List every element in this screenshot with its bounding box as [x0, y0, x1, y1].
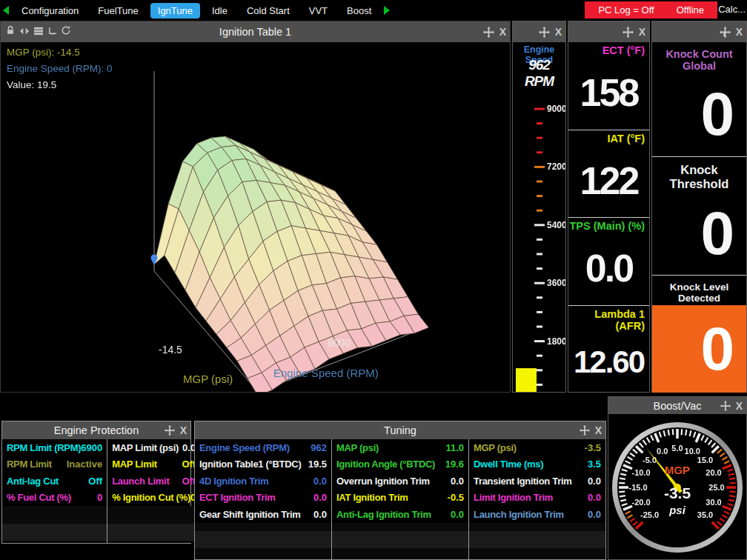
move-panel-icon[interactable]	[539, 27, 550, 38]
boost-vac-header[interactable]: Boost/Vac X	[608, 397, 746, 414]
param-value: 0.0	[313, 492, 327, 503]
tuning-column-2: MAP (psi)11.0 Ignition Angle (°BTDC)19.6…	[332, 439, 469, 559]
param-value: 0.0	[313, 509, 327, 520]
panel-title: Ignition Table 1	[1, 26, 510, 38]
close-icon[interactable]: X	[736, 401, 743, 411]
mgp-axis-label: MGP (psi)	[183, 373, 233, 385]
menu-scroll-left-icon[interactable]	[0, 3, 12, 18]
table-row[interactable]: Gear Shift Ignition Trim0.0	[195, 506, 331, 523]
tps-label: TPS (Main) (%)	[568, 218, 649, 232]
rpm-axis-label: Engine Speed (RPM)	[273, 367, 379, 379]
tps-gauge[interactable]: TPS (Main) (%) 0.0	[568, 218, 649, 306]
tab-cold-start[interactable]: Cold Start	[239, 3, 297, 19]
runtime-values-header[interactable]: X	[568, 21, 649, 42]
close-icon[interactable]: X	[555, 27, 562, 37]
param-label: Anti-Lag Ignition Trim	[336, 509, 431, 520]
table-row[interactable]: Transient Ignition Trim0.0	[469, 473, 605, 490]
table-row[interactable]: MGP (psi)-3.5	[469, 439, 605, 456]
table-row[interactable]: 4D Ignition Trim0.0	[195, 473, 331, 490]
param-value: -0.5	[448, 492, 464, 503]
move-panel-icon[interactable]	[622, 27, 634, 38]
table-row[interactable]: RPM Limit (RPM)6900	[2, 439, 107, 456]
table-row[interactable]: RPM LimitInactive	[2, 456, 107, 473]
mgp-axis-tick: -14.5	[159, 344, 182, 356]
iat-value: 122	[568, 144, 649, 218]
table-row[interactable]: Anti-lag CutOff	[2, 473, 107, 490]
cursor-mgp-readout: MGP (psi): -14.5	[7, 47, 80, 58]
param-label: % Fuel Cut (%)	[7, 492, 71, 503]
table-row[interactable]: Anti-Lag Ignition Trim0.0	[332, 506, 468, 523]
move-panel-icon[interactable]	[720, 401, 731, 411]
tab-vvt[interactable]: VVT	[302, 3, 335, 19]
close-icon[interactable]: X	[595, 425, 602, 436]
iat-gauge[interactable]: IAT (°F) 122	[568, 130, 649, 219]
ignition-3d-view[interactable]: MGP (psi): -14.5 Engine Speed (RPM): 0 V…	[1, 42, 510, 392]
table-row[interactable]: MAP LimitOff	[107, 456, 200, 473]
move-panel-icon[interactable]	[483, 27, 494, 38]
param-label: MGP (psi)	[474, 442, 517, 453]
close-icon[interactable]: X	[736, 27, 743, 37]
param-label: RPM Limit	[7, 459, 52, 470]
knock-count-gauge[interactable]: Knock Count Global 0	[652, 42, 746, 157]
table-row[interactable]: MAP (psi)11.0	[332, 439, 468, 456]
table-row[interactable]: Ignition Table1 (°BTDC)19.5	[195, 456, 331, 473]
param-label: Limit Ignition Trim	[474, 492, 553, 503]
tab-idle[interactable]: Idle	[205, 3, 235, 19]
table-row[interactable]: % Ignition Cut (%)0	[107, 490, 200, 507]
lambda-gauge[interactable]: Lambda 1 (AFR) 12.60	[568, 306, 649, 393]
table-row[interactable]: Limit Ignition Trim0.0	[469, 490, 605, 507]
table-row[interactable]: Ignition Angle (°BTDC)19.6	[332, 456, 468, 473]
table-row[interactable]: Engine Speed (RPM)962	[195, 439, 331, 456]
close-icon[interactable]: X	[499, 27, 506, 37]
tps-value: 0.0	[568, 232, 649, 305]
param-label: MAP Limit (psi)	[112, 442, 179, 453]
tuning-header[interactable]: Tuning X	[195, 421, 605, 439]
table-row[interactable]: IAT Ignition Trim-0.5	[332, 490, 468, 507]
close-icon[interactable]: X	[180, 425, 187, 436]
menu-scroll-right-icon[interactable]	[381, 3, 393, 18]
panel-title: Engine Protection	[2, 424, 190, 436]
connection-alert[interactable]: PC Log = Off Offline	[585, 1, 717, 19]
param-label: Overrun Ignition Trim	[336, 476, 430, 487]
tab-configuration[interactable]: Configuration	[14, 3, 86, 19]
param-label: Gear Shift Ignition Trim	[199, 509, 301, 520]
table-row[interactable]: MAP Limit (psi)0.0	[107, 439, 200, 456]
knock-level-gauge[interactable]: Knock Level Detected 0	[652, 276, 746, 393]
table-row[interactable]: % Fuel Cut (%)0	[2, 490, 107, 507]
move-panel-icon[interactable]	[720, 27, 731, 38]
param-value: 19.6	[445, 459, 464, 470]
param-label: IAT Ignition Trim	[336, 492, 408, 503]
engine-protection-header[interactable]: Engine Protection X	[2, 421, 190, 439]
knock-level-value: 0	[652, 305, 746, 393]
knock-header[interactable]: X	[652, 21, 746, 42]
knock-threshold-gauge[interactable]: Knock Threshold 0	[652, 157, 746, 276]
param-value: 962	[311, 442, 327, 453]
move-panel-icon[interactable]	[580, 425, 590, 436]
engine-speed-ruler	[513, 41, 565, 392]
param-label: Launch Ignition Trim	[474, 509, 564, 520]
iat-label: IAT (°F)	[568, 130, 649, 144]
ect-gauge[interactable]: ECT (°F) 158	[568, 42, 649, 130]
ignition-table-header[interactable]: Ignition Table 1 X	[1, 21, 510, 42]
table-row[interactable]: Launch LimitOff	[107, 473, 200, 490]
param-label: Engine Speed (RPM)	[199, 442, 290, 453]
table-row[interactable]: Launch Ignition Trim0.0	[469, 506, 605, 523]
param-value: 19.5	[308, 459, 327, 470]
param-value: 0.0	[588, 492, 601, 503]
ignition-table-panel: Ignition Table 1 X MGP (psi): -14.5 Engi…	[0, 21, 511, 393]
table-row[interactable]: Dwell Time (ms)3.5	[469, 456, 605, 473]
ep-column-2: MAP Limit (psi)0.0 MAP LimitOff Launch L…	[107, 439, 200, 543]
param-value: Off	[88, 476, 102, 487]
ignition-surface-chart[interactable]	[1, 42, 510, 392]
knock-threshold-value: 0	[652, 191, 746, 275]
tab-boost[interactable]: Boost	[339, 3, 379, 19]
move-panel-icon[interactable]	[165, 425, 175, 436]
close-icon[interactable]: X	[639, 27, 645, 37]
engine-speed-header[interactable]: X	[513, 21, 565, 42]
table-row[interactable]: Overrun Ignition Trim0.0	[332, 473, 468, 490]
table-row[interactable]: ECT Ignition Trim0.0	[195, 490, 331, 507]
tab-igntune[interactable]: IgnTune	[150, 3, 200, 19]
tab-fueltune[interactable]: FuelTune	[90, 3, 145, 19]
tuning-panel: Tuning X Engine Speed (RPM)962 Ignition …	[194, 421, 606, 560]
param-label: Anti-lag Cut	[7, 476, 59, 487]
